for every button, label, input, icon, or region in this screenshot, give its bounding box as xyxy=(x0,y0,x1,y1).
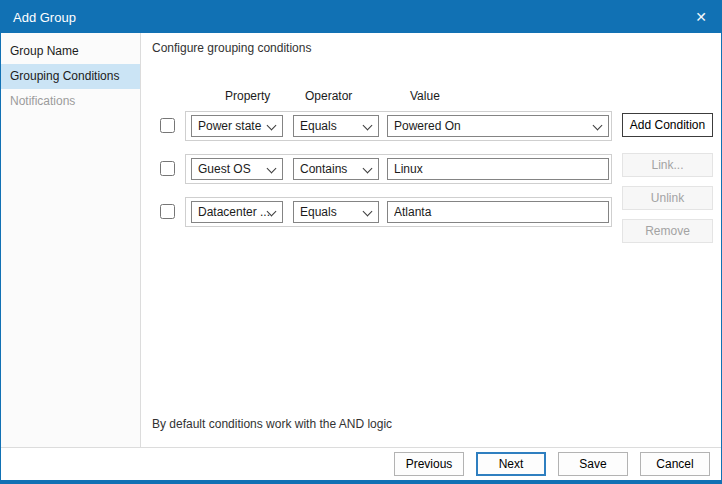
column-header-property: Property xyxy=(225,89,270,103)
titlebar: Add Group ✕ xyxy=(1,1,721,33)
window-accent-bar xyxy=(1,480,721,483)
property-dropdown[interactable]: Datacenter ... xyxy=(191,201,283,223)
next-button[interactable]: Next xyxy=(476,452,546,476)
chevron-down-icon xyxy=(363,164,373,174)
property-dropdown-value: Power state xyxy=(198,119,261,133)
sidebar-item-notifications: Notifications xyxy=(1,89,140,114)
property-dropdown-value: Datacenter ... xyxy=(198,205,270,219)
panel-heading: Configure grouping conditions xyxy=(152,41,311,55)
dialog-footer: Previous Next Save Cancel xyxy=(1,447,721,480)
operator-dropdown[interactable]: Equals xyxy=(293,115,379,137)
chevron-down-icon xyxy=(363,207,373,217)
value-input[interactable] xyxy=(387,158,609,180)
operator-dropdown-value: Contains xyxy=(300,162,347,176)
value-dropdown-value: Powered On xyxy=(394,119,461,133)
condition-checkbox[interactable] xyxy=(160,161,175,176)
condition-group-border: Guest OS Contains xyxy=(185,154,612,184)
add-condition-button[interactable]: Add Condition xyxy=(622,113,713,137)
link-button: Link... xyxy=(622,153,713,177)
operator-dropdown-value: Equals xyxy=(300,205,337,219)
property-dropdown-value: Guest OS xyxy=(198,162,251,176)
chevron-down-icon xyxy=(267,121,277,131)
condition-group-border: Power state Equals Powered On xyxy=(185,111,612,141)
sidebar-item-group-name[interactable]: Group Name xyxy=(1,39,140,64)
value-dropdown[interactable]: Powered On xyxy=(387,115,609,137)
chevron-down-icon xyxy=(363,121,373,131)
property-dropdown[interactable]: Power state xyxy=(191,115,283,137)
chevron-down-icon xyxy=(593,121,603,131)
condition-group-border: Datacenter ... Equals xyxy=(185,197,612,227)
operator-dropdown[interactable]: Contains xyxy=(293,158,379,180)
wizard-steps-sidebar: Group Name Grouping Conditions Notificat… xyxy=(1,33,141,447)
operator-dropdown-value: Equals xyxy=(300,119,337,133)
column-header-value: Value xyxy=(410,89,440,103)
value-input[interactable] xyxy=(387,201,609,223)
unlink-button: Unlink xyxy=(622,186,713,210)
remove-button: Remove xyxy=(622,219,713,243)
window-title: Add Group xyxy=(13,10,76,25)
sidebar-item-grouping-conditions[interactable]: Grouping Conditions xyxy=(1,64,140,89)
operator-dropdown[interactable]: Equals xyxy=(293,201,379,223)
close-icon[interactable]: ✕ xyxy=(695,10,707,24)
condition-checkbox[interactable] xyxy=(160,204,175,219)
condition-checkbox[interactable] xyxy=(160,118,175,133)
grouping-conditions-panel: Configure grouping conditions Property O… xyxy=(141,33,721,447)
previous-button[interactable]: Previous xyxy=(394,452,464,476)
column-header-operator: Operator xyxy=(305,89,352,103)
add-group-dialog: Add Group ✕ Group Name Grouping Conditio… xyxy=(0,0,722,484)
save-button[interactable]: Save xyxy=(558,452,628,476)
chevron-down-icon xyxy=(267,164,277,174)
property-dropdown[interactable]: Guest OS xyxy=(191,158,283,180)
cancel-button[interactable]: Cancel xyxy=(640,452,710,476)
and-logic-note: By default conditions work with the AND … xyxy=(152,417,392,431)
